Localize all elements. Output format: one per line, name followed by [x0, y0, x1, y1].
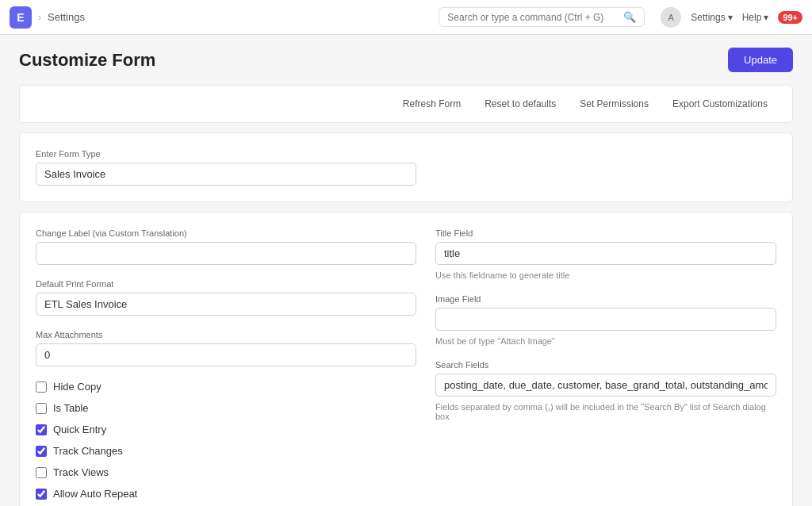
is-table-checkbox[interactable]	[36, 403, 47, 414]
enter-form-type-group: Enter Form Type	[36, 149, 416, 186]
search-fields-input[interactable]	[435, 374, 776, 397]
form-type-section: Enter Form Type	[19, 132, 793, 202]
main-settings-section: Change Label (via Custom Translation) De…	[19, 212, 793, 506]
title-field-input[interactable]	[435, 242, 776, 265]
title-field-group: Title Field Use this fieldname to genera…	[435, 228, 776, 280]
search-fields-label: Search Fields	[435, 360, 776, 370]
track-views-item[interactable]: Track Views	[36, 466, 416, 478]
default-print-format-label: Default Print Format	[36, 279, 416, 289]
hide-copy-checkbox[interactable]	[36, 381, 47, 393]
nav-right-controls: A Settings ▾ Help ▾ 99+	[661, 7, 802, 28]
image-field-input[interactable]	[435, 308, 776, 331]
page-title: Customize Form	[19, 50, 155, 71]
hide-copy-label: Hide Copy	[53, 381, 102, 393]
max-attachments-input[interactable]	[36, 343, 416, 366]
set-permissions-button[interactable]: Set Permissions	[571, 94, 657, 114]
allow-auto-repeat-item[interactable]: Allow Auto Repeat	[36, 488, 416, 500]
change-label-input[interactable]	[36, 242, 416, 265]
max-attachments-label: Max Attachments	[36, 330, 416, 339]
left-column: Change Label (via Custom Translation) De…	[36, 228, 416, 500]
help-nav-button[interactable]: Help ▾	[742, 12, 769, 23]
track-views-checkbox[interactable]	[36, 467, 47, 478]
track-changes-checkbox[interactable]	[36, 446, 47, 457]
allow-auto-repeat-checkbox[interactable]	[36, 489, 47, 500]
enter-form-type-label: Enter Form Type	[36, 149, 416, 159]
app-icon[interactable]: E	[10, 6, 32, 29]
search-fields-group: Search Fields Fields separated by comma …	[435, 360, 776, 421]
is-table-item[interactable]: Is Table	[36, 402, 416, 414]
notification-badge[interactable]: 99+	[778, 11, 802, 24]
track-changes-label: Track Changes	[53, 445, 123, 457]
search-fields-hint: Fields separated by comma (,) will be in…	[435, 402, 776, 421]
global-search[interactable]: 🔍	[439, 7, 645, 27]
track-views-label: Track Views	[53, 466, 109, 478]
enter-form-type-input[interactable]	[36, 163, 416, 186]
settings-two-col: Change Label (via Custom Translation) De…	[36, 228, 776, 500]
quick-entry-checkbox[interactable]	[36, 424, 47, 435]
search-input[interactable]	[447, 12, 619, 23]
reset-defaults-button[interactable]: Reset to defaults	[476, 94, 565, 114]
hide-copy-item[interactable]: Hide Copy	[36, 381, 416, 393]
quick-entry-item[interactable]: Quick Entry	[36, 424, 416, 435]
image-field-hint: Must be of type "Attach Image"	[435, 336, 776, 346]
max-attachments-group: Max Attachments	[36, 330, 416, 366]
title-field-hint: Use this fieldname to generate title	[435, 270, 776, 280]
form-toolbar: Refresh Form Reset to defaults Set Permi…	[19, 85, 793, 123]
export-customizations-button[interactable]: Export Customizations	[664, 94, 776, 114]
title-field-label: Title Field	[435, 228, 776, 238]
image-field-label: Image Field	[435, 294, 776, 304]
is-table-label: Is Table	[53, 402, 89, 414]
default-print-format-input[interactable]	[36, 293, 416, 316]
main-content: Refresh Form Reset to defaults Set Permi…	[0, 85, 812, 506]
change-label-label: Change Label (via Custom Translation)	[36, 228, 416, 238]
settings-nav-button[interactable]: Settings ▾	[691, 12, 732, 23]
image-field-group: Image Field Must be of type "Attach Imag…	[435, 294, 776, 346]
update-button[interactable]: Update	[728, 48, 793, 72]
refresh-form-button[interactable]: Refresh Form	[394, 94, 469, 114]
quick-entry-label: Quick Entry	[53, 424, 106, 435]
page-header: Customize Form Update	[0, 35, 812, 85]
user-avatar: A	[661, 7, 681, 28]
track-changes-item[interactable]: Track Changes	[36, 445, 416, 457]
breadcrumb-settings: Settings	[48, 11, 85, 23]
top-navigation: E › Settings 🔍 A Settings ▾ Help ▾ 99+	[0, 0, 812, 35]
default-print-format-group: Default Print Format	[36, 279, 416, 316]
search-icon: 🔍	[623, 11, 636, 23]
change-label-group: Change Label (via Custom Translation)	[36, 228, 416, 265]
right-column: Title Field Use this fieldname to genera…	[435, 228, 776, 500]
allow-auto-repeat-label: Allow Auto Repeat	[53, 488, 137, 500]
breadcrumb-chevron: ›	[38, 12, 41, 23]
checkbox-options: Hide Copy Is Table Quick Entry Track Cha…	[36, 381, 416, 500]
